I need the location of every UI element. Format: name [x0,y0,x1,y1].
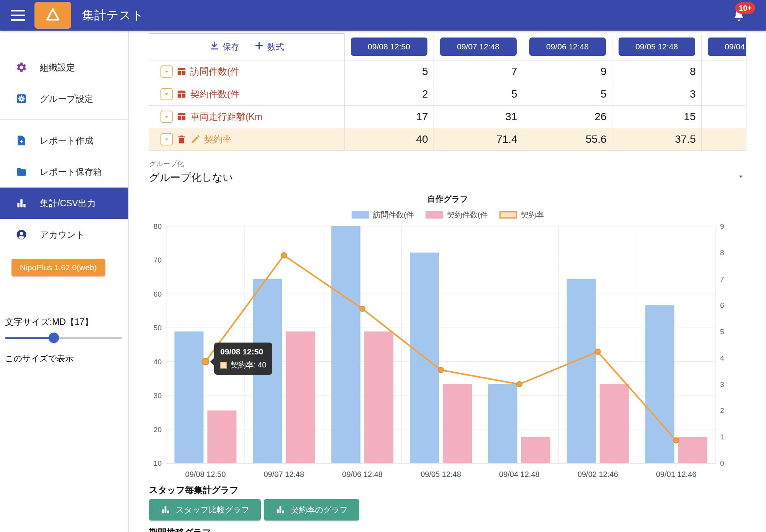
row-label: 契約件数(件 [190,88,239,100]
bar-chart-icon [275,505,285,515]
table-cell: 5 [434,83,523,106]
chart-bar[interactable] [645,305,674,463]
right-axis-tick: 9 [720,222,724,230]
row-menu-button[interactable] [160,133,173,145]
chart-action-buttons: スタッフ比較グラフ契約率のグラフ [149,499,766,521]
date-column-button[interactable]: 09/08 12:50 [351,38,427,56]
legend-item[interactable]: 契約率 [499,210,544,220]
row-label: 契約率 [204,133,232,145]
table-cell: 31 [434,106,523,128]
trash-icon[interactable] [177,134,187,144]
sidebar-item-label: グループ設定 [40,93,93,105]
menu-button[interactable] [11,10,25,21]
sidebar-item[interactable]: レポート作成 [0,125,128,156]
legend-label: 契約件数(件 [447,210,488,220]
table-cell: 71.4 [434,128,523,151]
sidebar-nav: 組織設定グループ設定レポート作成レポート保存箱集計/CSV出力アカウント [0,31,128,250]
legend-swatch [352,211,369,219]
gear-square-icon [15,93,28,105]
grouping-label: グループ化 [149,159,746,168]
chart-bar[interactable] [364,331,393,463]
aggregation-table: 保存 数式 09/08 12:5009/07 12:4809/06 12:480… [149,33,746,151]
date-column-button[interactable]: 09/06 12:48 [529,38,606,56]
chart-bar[interactable] [488,384,517,463]
slider-thumb[interactable] [49,333,59,343]
legend-swatch [499,211,517,219]
chart-point[interactable] [517,382,522,387]
row-menu-button[interactable] [160,88,173,100]
table-cell [701,60,746,83]
column-header: 09/06 12:48 [523,34,612,60]
chart-point[interactable] [674,438,679,443]
row-menu-button[interactable] [160,65,173,78]
column-header: 09/08 12:50 [344,34,434,60]
chart-point[interactable] [202,358,209,365]
sidebar-item[interactable]: 組織設定 [0,52,128,83]
download-icon [209,41,219,53]
table-cell: 2 [344,83,434,106]
chart-bar[interactable] [286,331,315,463]
sidebar: 組織設定グループ設定レポート作成レポート保存箱集計/CSV出力アカウント Nip… [0,31,129,532]
tooltip-title: 09/08 12:50 [220,347,266,356]
chart-bar[interactable] [678,437,707,463]
table-cell: 3 [612,83,701,106]
pencil-icon[interactable] [190,134,200,144]
chart-point[interactable] [281,253,286,258]
tooltip-label: 契約率: 40 [231,360,266,370]
date-column-button[interactable]: 09/05 12:48 [619,38,695,56]
legend-item[interactable]: 契約件数(件 [426,210,488,220]
sidebar-item[interactable]: 集計/CSV出力 [0,188,128,219]
save-label: 保存 [223,41,239,53]
chart-bar[interactable] [443,384,472,463]
chart-bar[interactable] [331,226,360,463]
chart-point[interactable] [360,306,365,312]
date-column-button[interactable]: 09/07 12:48 [440,38,517,56]
sidebar-item[interactable]: グループ設定 [0,83,128,114]
person-icon [15,228,28,241]
table-row: 契約率4071.455.637.5 [149,128,746,151]
grouping-select[interactable]: グループ化 グループ化しない [149,159,746,184]
column-header: 09/07 12:48 [434,34,523,60]
chart-point[interactable] [595,349,601,354]
right-axis-tick: 4 [720,354,724,362]
table-icon[interactable] [177,89,187,99]
chart-bar[interactable] [207,410,236,463]
right-axis-tick: 7 [720,275,724,283]
sidebar-item[interactable]: レポート保存箱 [0,156,128,188]
right-axis-tick: 3 [720,380,724,388]
chart-action-button[interactable]: 契約率のグラフ [264,499,359,521]
chart-action-button[interactable]: スタッフ比較グラフ [149,499,261,521]
font-size-slider[interactable] [5,332,122,343]
table-cell: 5 [523,83,612,106]
x-axis-label: 09/01 12:46 [656,470,697,478]
chart-bar[interactable] [174,331,203,463]
staff-section-title: スタッフ毎集計グラフ [149,484,746,496]
chart-bar[interactable] [600,384,629,463]
tooltip-swatch [220,362,227,369]
grouping-value: グループ化しない [149,171,746,184]
chart-canvas[interactable]: 8070605040302010987654321009/08 12:5009/… [149,222,746,483]
chart-bar[interactable] [567,279,596,463]
chart-bar[interactable] [521,437,550,463]
save-button[interactable]: 保存 [209,41,239,53]
right-axis-tick: 1 [720,433,724,441]
size-note: このサイズで表示 [5,353,74,364]
date-column-button[interactable]: 09/04 12:48 [708,38,747,56]
table-icon[interactable] [177,112,187,122]
version-button[interactable]: NipoPlus 1.62.0(web) [11,259,105,276]
table-cell [701,106,746,128]
legend-item[interactable]: 訪問件数(件 [352,210,414,220]
notifications-button[interactable]: 10+ [732,8,746,23]
gear-icon [15,61,28,73]
table-cell: 40 [344,128,434,151]
table-row: 訪問件数(件5798 [149,60,746,83]
main-content: 保存 数式 09/08 12:5009/07 12:4809/06 12:480… [129,31,766,532]
app-logo [34,2,71,29]
row-menu-button[interactable] [160,111,173,123]
sidebar-item[interactable]: アカウント [0,219,128,250]
chart-legend: 訪問件数(件契約件数(件契約率 [149,210,746,220]
chart-point[interactable] [438,367,444,373]
table-cell [701,83,746,106]
table-icon[interactable] [177,67,187,77]
formula-button[interactable]: 数式 [254,41,284,53]
